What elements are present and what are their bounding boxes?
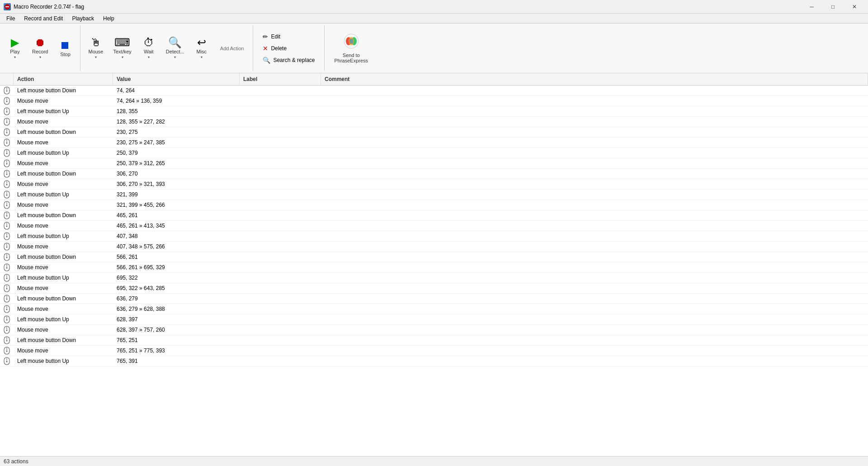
table-row[interactable]: Mouse move306, 270 » 321, 393 — [0, 179, 868, 190]
table-row[interactable]: Left mouse button Down765, 251 — [0, 335, 868, 346]
table-row[interactable]: Mouse move321, 399 » 455, 266 — [0, 200, 868, 210]
row-label — [240, 262, 321, 272]
search-icon: 🔍 — [263, 57, 270, 64]
table-row[interactable]: Mouse move407, 348 » 575, 266 — [0, 242, 868, 252]
delete-label: Delete — [271, 45, 287, 52]
title-bar-left: Macro Recorder 2.0.74f - flag — [4, 3, 84, 10]
row-action: Mouse move — [14, 158, 113, 168]
table-container: Action Value Label Comment Left mouse bu… — [0, 73, 868, 456]
table-row[interactable]: Left mouse button Up128, 355 — [0, 106, 868, 117]
row-value: 636, 279 — [113, 294, 240, 304]
status-bar: 63 actions — [0, 456, 868, 466]
play-icon: ▶ — [11, 37, 19, 48]
row-label — [240, 314, 321, 324]
misc-label: Misc — [197, 49, 207, 54]
row-icon — [0, 314, 14, 324]
row-label — [240, 294, 321, 304]
table-row[interactable]: Left mouse button Down636, 279 — [0, 294, 868, 304]
svg-point-30 — [6, 163, 8, 165]
row-icon — [0, 294, 14, 304]
table-row[interactable]: Left mouse button Up407, 348 — [0, 231, 868, 242]
edit-button[interactable]: ✏ Edit — [259, 31, 319, 42]
svg-point-51 — [6, 236, 8, 238]
table-row[interactable]: Mouse move566, 261 » 695, 329 — [0, 262, 868, 273]
row-icon — [0, 304, 14, 314]
row-label — [240, 283, 321, 293]
row-action: Mouse move — [14, 200, 113, 210]
row-value: 306, 270 — [113, 169, 240, 179]
row-value: 765, 251 » 775, 393 — [113, 346, 240, 356]
row-value: 695, 322 — [113, 273, 240, 283]
edit-section: ✏ Edit ✕ Delete 🔍 Search & replace — [253, 25, 325, 71]
table-row[interactable]: Left mouse button Up321, 399 — [0, 190, 868, 200]
row-label — [240, 252, 321, 262]
row-value: 566, 261 — [113, 252, 240, 262]
svg-point-87 — [6, 361, 8, 362]
row-icon — [0, 210, 14, 220]
close-button[interactable]: ✕ — [844, 0, 864, 14]
row-icon — [0, 117, 14, 127]
row-label — [240, 325, 321, 335]
menu-file[interactable]: File — [2, 14, 19, 23]
table-row[interactable]: Left mouse button Down306, 270 — [0, 169, 868, 179]
table-row[interactable]: Mouse move230, 275 » 247, 385 — [0, 138, 868, 148]
misc-button[interactable]: ↩ Misc ▾ — [190, 28, 213, 69]
table-row[interactable]: Mouse move636, 279 » 628, 388 — [0, 304, 868, 314]
textkey-button[interactable]: ⌨ Text/key ▾ — [109, 28, 136, 69]
table-row[interactable]: Left mouse button Down566, 261 — [0, 252, 868, 262]
row-value: 74, 264 » 136, 359 — [113, 96, 240, 106]
record-button[interactable]: ⏺ Record ▾ — [28, 28, 52, 69]
menu-bar: File Record and Edit Playback Help — [0, 14, 868, 24]
row-action: Left mouse button Up — [14, 273, 113, 283]
row-comment — [321, 325, 868, 335]
table-row[interactable]: Left mouse button Up765, 391 — [0, 356, 868, 366]
table-row[interactable]: Mouse move74, 264 » 136, 359 — [0, 96, 868, 106]
row-value: 128, 355 » 227, 282 — [113, 117, 240, 127]
menu-help[interactable]: Help — [99, 14, 119, 23]
row-value: 230, 275 — [113, 127, 240, 137]
table-row[interactable]: Left mouse button Down465, 261 — [0, 210, 868, 221]
table-row[interactable]: Left mouse button Down74, 264 — [0, 86, 868, 96]
row-icon — [0, 283, 14, 293]
table-row[interactable]: Mouse move628, 397 » 757, 260 — [0, 325, 868, 335]
record-label: Record — [32, 49, 48, 54]
row-value: 321, 399 » 455, 266 — [113, 200, 240, 210]
mouse-tool-icon: 🖱 — [90, 37, 101, 48]
row-action: Mouse move — [14, 221, 113, 231]
row-comment — [321, 117, 868, 127]
menu-playback[interactable]: Playback — [67, 14, 99, 23]
minimize-button[interactable]: ─ — [802, 0, 822, 14]
row-label — [240, 242, 321, 252]
row-action: Left mouse button Up — [14, 314, 113, 324]
table-row[interactable]: Mouse move128, 355 » 227, 282 — [0, 117, 868, 127]
menu-record-and-edit[interactable]: Record and Edit — [19, 14, 67, 23]
table-row[interactable]: Mouse move465, 261 » 413, 345 — [0, 221, 868, 231]
table-row[interactable]: Left mouse button Down230, 275 — [0, 127, 868, 138]
search-replace-button[interactable]: 🔍 Search & replace — [259, 55, 319, 66]
svg-point-24 — [6, 143, 8, 144]
row-icon — [0, 231, 14, 241]
row-comment — [321, 221, 868, 231]
maximize-button[interactable]: □ — [823, 0, 843, 14]
table-row[interactable]: Left mouse button Up695, 322 — [0, 273, 868, 283]
delete-button[interactable]: ✕ Delete — [259, 43, 319, 54]
row-icon — [0, 169, 14, 179]
stop-button[interactable]: ⏹ Stop — [54, 28, 76, 69]
col-action: Action — [14, 73, 113, 85]
wait-button[interactable]: ⏱ Wait ▾ — [137, 28, 160, 69]
detect-button[interactable]: 🔍 Detect... ▾ — [162, 28, 189, 69]
table-row[interactable]: Left mouse button Up250, 379 — [0, 148, 868, 158]
row-comment — [321, 200, 868, 210]
row-action: Mouse move — [14, 325, 113, 335]
send-to-phraseexpress-button[interactable]: Send to PhraseExpress — [325, 25, 377, 71]
svg-point-42 — [6, 205, 8, 206]
table-row[interactable]: Mouse move250, 379 » 312, 265 — [0, 158, 868, 169]
title-bar: Macro Recorder 2.0.74f - flag ─ □ ✕ — [0, 0, 868, 14]
table-row[interactable]: Mouse move765, 251 » 775, 393 — [0, 346, 868, 356]
mouse-button[interactable]: 🖱 Mouse ▾ — [84, 28, 107, 69]
play-button[interactable]: ▶ Play ▾ — [4, 28, 26, 69]
row-label — [240, 335, 321, 345]
row-label — [240, 273, 321, 283]
table-row[interactable]: Left mouse button Up628, 397 — [0, 314, 868, 325]
table-row[interactable]: Mouse move695, 322 » 643, 285 — [0, 283, 868, 294]
